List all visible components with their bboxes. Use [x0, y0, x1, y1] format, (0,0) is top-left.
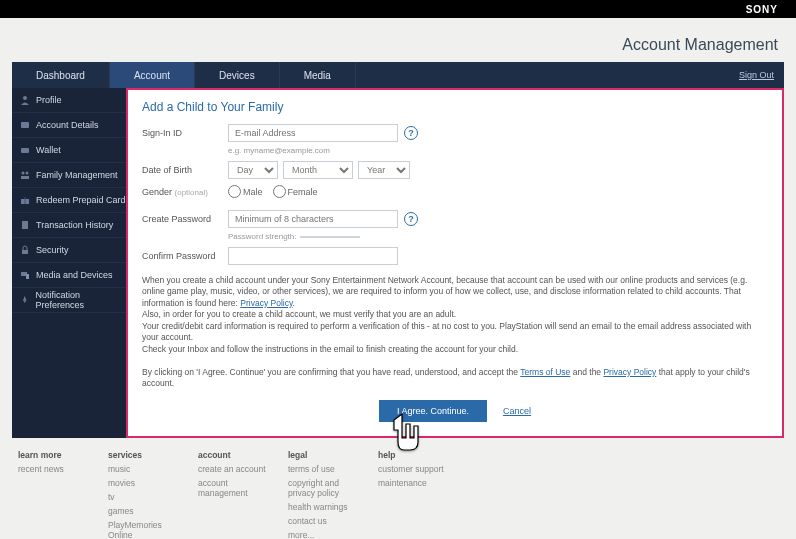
confirm-password-label: Confirm Password [142, 251, 228, 261]
svg-rect-2 [21, 148, 29, 153]
svg-point-0 [23, 96, 27, 100]
dob-label: Date of Birth [142, 165, 228, 175]
footer-heading: services [108, 450, 188, 460]
dob-day-select[interactable]: Day [228, 161, 278, 179]
svg-rect-11 [26, 274, 29, 279]
tab-media[interactable]: Media [280, 62, 356, 88]
footer-link[interactable]: account management [198, 478, 278, 498]
tab-devices[interactable]: Devices [195, 62, 280, 88]
sidebar-item-label: Account Details [36, 120, 99, 130]
dob-year-select[interactable]: Year [358, 161, 410, 179]
cancel-link[interactable]: Cancel [503, 406, 531, 416]
svg-point-4 [26, 172, 29, 175]
tab-account[interactable]: Account [110, 62, 195, 88]
svg-rect-1 [21, 122, 29, 128]
footer-link[interactable]: tv [108, 492, 188, 502]
svg-rect-7 [25, 197, 26, 204]
sidebar-item-media-devices[interactable]: Media and Devices [12, 263, 126, 288]
sidebar-item-wallet[interactable]: Wallet [12, 138, 126, 163]
password-strength: Password strength: [228, 232, 768, 241]
sidebar-item-label: Media and Devices [36, 270, 113, 280]
sidebar-item-label: Wallet [36, 145, 61, 155]
footer-link[interactable]: more... [288, 530, 368, 539]
footer-link[interactable]: contact us [288, 516, 368, 526]
footer-link[interactable]: recent news [18, 464, 98, 474]
agree-continue-button[interactable]: I Agree. Continue. [379, 400, 487, 422]
footer-link[interactable]: copyright and privacy policy [288, 478, 368, 498]
bell-icon [20, 295, 29, 305]
svg-rect-5 [21, 176, 29, 179]
confirm-password-input[interactable] [228, 247, 398, 265]
sidebar-item-label: Family Management [36, 170, 118, 180]
privacy-policy-link[interactable]: Privacy Policy [240, 298, 292, 308]
footer: learn morerecent news servicesmusicmovie… [12, 438, 784, 539]
svg-point-12 [24, 301, 26, 303]
help-icon[interactable]: ? [404, 212, 418, 226]
sidebar-item-security[interactable]: Security [12, 238, 126, 263]
footer-link[interactable]: maintenance [378, 478, 458, 488]
terms-of-use-link[interactable]: Terms of Use [520, 367, 570, 377]
brand-logo: SONY [746, 4, 778, 15]
help-icon[interactable]: ? [404, 126, 418, 140]
password-input[interactable] [228, 210, 398, 228]
signin-input[interactable] [228, 124, 398, 142]
sidebar: Profile Account Details Wallet Family Ma… [12, 88, 126, 438]
tab-dashboard[interactable]: Dashboard [12, 62, 110, 88]
footer-link[interactable]: PlayMemories Online [108, 520, 188, 539]
sidebar-item-label: Transaction History [36, 220, 113, 230]
sidebar-item-label: Notification Preferences [35, 290, 126, 310]
family-icon [20, 170, 30, 180]
footer-heading: learn more [18, 450, 98, 460]
gender-label: Gender (optional) [142, 187, 228, 197]
global-topbar: SONY [0, 0, 796, 18]
password-label: Create Password [142, 214, 228, 224]
sign-out-link[interactable]: Sign Out [739, 70, 774, 80]
sidebar-item-notifications[interactable]: Notification Preferences [12, 288, 126, 313]
page-header: Account Management [12, 18, 784, 62]
footer-link[interactable]: music [108, 464, 188, 474]
svg-rect-8 [22, 221, 28, 229]
footer-link[interactable]: terms of use [288, 464, 368, 474]
history-icon [20, 220, 30, 230]
tab-bar: Dashboard Account Devices Media Sign Out [12, 62, 784, 88]
footer-link[interactable]: movies [108, 478, 188, 488]
privacy-policy-link[interactable]: Privacy Policy [603, 367, 656, 377]
sidebar-item-redeem[interactable]: Redeem Prepaid Card [12, 188, 126, 213]
footer-link[interactable]: games [108, 506, 188, 516]
sidebar-item-transactions[interactable]: Transaction History [12, 213, 126, 238]
gender-male-radio[interactable]: Male [228, 185, 263, 198]
wallet-icon [20, 145, 30, 155]
gender-female-radio[interactable]: Female [273, 185, 318, 198]
footer-heading: legal [288, 450, 368, 460]
page-title: Account Management [622, 36, 778, 54]
content-panel: Add a Child to Your Family Sign-In ID ? … [126, 88, 784, 438]
footer-link[interactable]: customer support [378, 464, 458, 474]
devices-icon [20, 270, 30, 280]
person-icon [20, 95, 30, 105]
card-icon [20, 120, 30, 130]
sidebar-item-account-details[interactable]: Account Details [12, 113, 126, 138]
signin-label: Sign-In ID [142, 128, 228, 138]
footer-heading: help [378, 450, 458, 460]
gift-icon [20, 195, 30, 205]
form-title: Add a Child to Your Family [142, 100, 768, 114]
lock-icon [20, 245, 30, 255]
sidebar-item-profile[interactable]: Profile [12, 88, 126, 113]
svg-rect-9 [22, 250, 28, 254]
signin-hint: e.g. myname@example.com [228, 146, 768, 155]
sidebar-item-family[interactable]: Family Management [12, 163, 126, 188]
footer-link[interactable]: health warnings [288, 502, 368, 512]
footer-link[interactable]: create an account [198, 464, 278, 474]
svg-point-3 [22, 172, 25, 175]
sidebar-item-label: Redeem Prepaid Card [36, 195, 126, 205]
footer-heading: account [198, 450, 278, 460]
disclaimer-text: When you create a child account under yo… [142, 275, 768, 390]
sidebar-item-label: Profile [36, 95, 62, 105]
dob-month-select[interactable]: Month [283, 161, 353, 179]
sidebar-item-label: Security [36, 245, 69, 255]
